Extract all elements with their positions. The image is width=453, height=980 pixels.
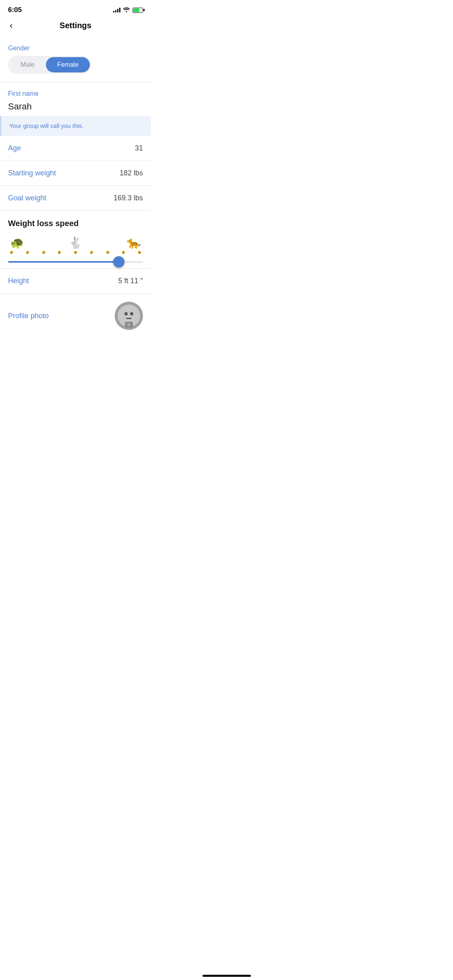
speed-dot-8 bbox=[122, 251, 125, 254]
speed-dot-7 bbox=[106, 251, 109, 254]
svg-rect-4 bbox=[126, 318, 132, 319]
height-value: 5 ft 11 " bbox=[118, 277, 143, 285]
wifi-icon bbox=[123, 7, 130, 14]
height-label: Height bbox=[8, 277, 29, 285]
nav-header: ‹ Settings bbox=[0, 18, 151, 37]
speed-dot-4 bbox=[58, 251, 61, 254]
tooltip-text: Your group will call you this. bbox=[9, 122, 84, 129]
weight-loss-section: Weight loss speed 🐢 🐇 🐆 bbox=[0, 211, 151, 269]
age-value: 31 bbox=[135, 144, 143, 152]
age-label: Age bbox=[8, 144, 21, 152]
weight-loss-speed-slider[interactable] bbox=[8, 261, 143, 263]
status-time: 6:05 bbox=[8, 6, 22, 14]
gender-section: Gender Male Female bbox=[0, 37, 151, 74]
svg-point-6 bbox=[127, 323, 130, 326]
speed-dot-6 bbox=[90, 251, 93, 254]
goal-weight-label: Goal weight bbox=[8, 194, 46, 202]
first-name-section: First name Sarah bbox=[0, 82, 151, 116]
profile-photo-row[interactable]: Profile photo bbox=[0, 294, 151, 338]
first-name-tooltip: Your group will call you this. bbox=[0, 116, 151, 136]
page-title: Settings bbox=[60, 21, 91, 30]
height-row[interactable]: Height 5 ft 11 " bbox=[0, 269, 151, 294]
speed-dot-1 bbox=[10, 251, 13, 254]
age-row[interactable]: Age 31 bbox=[0, 136, 151, 161]
speed-dot-5 bbox=[74, 251, 77, 254]
signal-bars-icon bbox=[113, 8, 120, 12]
first-name-value: Sarah bbox=[8, 101, 143, 116]
profile-photo-label: Profile photo bbox=[8, 312, 49, 320]
gender-toggle: Male Female bbox=[8, 56, 91, 74]
first-name-label: First name bbox=[8, 90, 143, 97]
speed-dots bbox=[8, 251, 143, 254]
goal-weight-row[interactable]: Goal weight 169.3 lbs bbox=[0, 186, 151, 211]
goal-weight-value: 169.3 lbs bbox=[114, 194, 143, 202]
fast-animal-icon: 🐆 bbox=[127, 236, 141, 249]
gender-male-button[interactable]: Male bbox=[9, 57, 46, 72]
gender-label: Gender bbox=[8, 45, 143, 52]
speed-animals: 🐢 🐇 🐆 bbox=[8, 236, 143, 249]
gender-female-button[interactable]: Female bbox=[46, 57, 90, 72]
svg-point-2 bbox=[124, 312, 128, 315]
medium-animal-icon: 🐇 bbox=[68, 236, 83, 249]
speed-dot-9 bbox=[138, 251, 141, 254]
status-icons bbox=[113, 7, 143, 14]
back-button[interactable]: ‹ bbox=[8, 19, 14, 33]
starting-weight-row[interactable]: Starting weight 182 lbs bbox=[0, 161, 151, 186]
profile-avatar[interactable] bbox=[115, 302, 143, 330]
slow-animal-icon: 🐢 bbox=[10, 236, 24, 249]
starting-weight-value: 182 lbs bbox=[120, 169, 143, 177]
starting-weight-label: Starting weight bbox=[8, 169, 56, 177]
battery-icon bbox=[132, 8, 143, 13]
weight-loss-title: Weight loss speed bbox=[8, 219, 143, 228]
speed-dot-2 bbox=[26, 251, 29, 254]
speed-dot-3 bbox=[42, 251, 45, 254]
svg-point-3 bbox=[130, 312, 133, 315]
status-bar: 6:05 bbox=[0, 0, 151, 18]
